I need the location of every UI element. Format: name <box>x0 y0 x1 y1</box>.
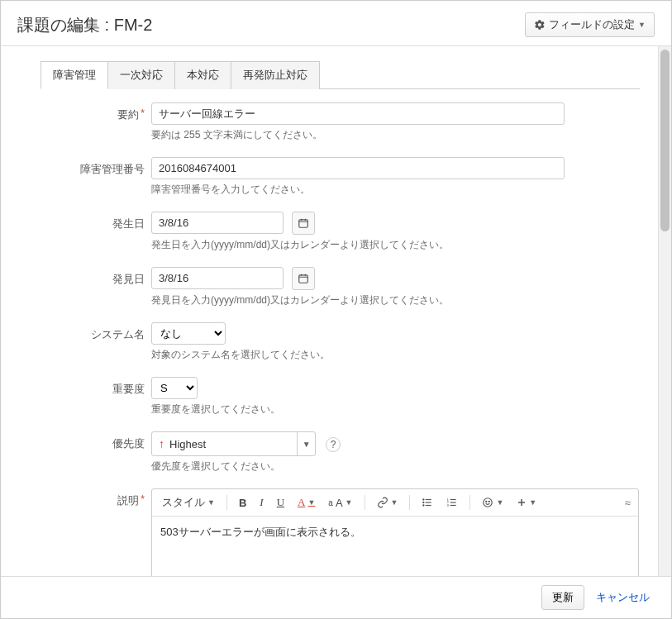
svg-point-14 <box>484 498 493 507</box>
tab-primary[interactable]: 一次対応 <box>108 62 174 88</box>
svg-point-16 <box>489 501 490 502</box>
toolbar-italic-button[interactable]: I <box>255 493 268 512</box>
toolbar-emoji-button[interactable]: ▼ <box>477 494 508 511</box>
svg-rect-0 <box>299 220 308 227</box>
svg-rect-7 <box>426 505 431 506</box>
tab-incident[interactable]: 障害管理 <box>41 62 107 88</box>
toolbar-more-format-button[interactable]: aA▼ <box>323 494 357 512</box>
occur-date-input[interactable] <box>151 212 284 234</box>
vertical-scrollbar[interactable] <box>658 46 671 576</box>
found-date-calendar-button[interactable] <box>292 267 315 290</box>
svg-rect-8 <box>450 499 456 500</box>
toolbar-number-list-button[interactable]: 123 <box>441 494 463 511</box>
toolbar-underline-button[interactable]: U <box>272 493 289 512</box>
label-description: 説明 <box>19 488 151 576</box>
dialog-body: 障害管理 一次対応 本対応 再発防止対応 要約 要約は 255 文字未満にしてく… <box>1 46 658 576</box>
svg-rect-10 <box>450 505 456 506</box>
calendar-icon <box>298 217 309 229</box>
dialog-title: 課題の編集 : FM-2 <box>17 14 152 36</box>
calendar-icon <box>298 273 309 284</box>
number-list-icon: 123 <box>446 497 458 508</box>
occur-date-calendar-button[interactable] <box>292 212 315 235</box>
hint-severity: 重要度を選択してください。 <box>151 402 640 417</box>
svg-point-2 <box>423 498 425 500</box>
cancel-button[interactable]: キャンセル <box>589 586 656 609</box>
svg-text:3: 3 <box>447 503 450 507</box>
svg-point-15 <box>486 501 487 502</box>
priority-select[interactable]: ↑ Highest ▼ <box>151 431 316 456</box>
hint-occur-date: 発生日を入力(yyyy/mm/dd)又はカレンダーより選択してください。 <box>151 238 640 252</box>
chevron-down-icon: ▼ <box>297 432 315 455</box>
priority-highest-icon: ↑ <box>152 437 169 450</box>
summary-input[interactable] <box>151 102 565 125</box>
hint-priority: 優先度を選択してください。 <box>151 459 640 474</box>
edit-issue-dialog: 課題の編集 : FM-2 フィールドの設定 ▼ 障害管理 一次対応 本対応 再発… <box>0 0 672 619</box>
hint-found-date: 発見日を入力(yyyy/mm/dd)又はカレンダーより選択してください。 <box>151 293 640 307</box>
plus-icon <box>517 498 527 507</box>
toolbar-link-button[interactable]: ▼ <box>372 494 403 511</box>
submit-button[interactable]: 更新 <box>541 585 584 610</box>
link-icon <box>377 497 388 508</box>
tab-main[interactable]: 本対応 <box>175 62 231 88</box>
svg-point-4 <box>423 502 425 503</box>
svg-point-6 <box>423 504 425 506</box>
gear-icon <box>534 19 546 31</box>
toolbar-style-dropdown[interactable]: スタイル▼ <box>157 493 220 512</box>
toolbar-textcolor-button[interactable]: A▼ <box>293 493 320 512</box>
label-occur-date: 発生日 <box>19 212 151 262</box>
label-priority: 優先度 <box>19 431 151 483</box>
dialog-footer: 更新 キャンセル <box>1 576 671 618</box>
chevron-double-icon: ≈ <box>625 497 628 509</box>
scrollbar-thumb[interactable] <box>660 50 670 231</box>
toolbar-expand-button[interactable]: ≈ <box>620 494 633 512</box>
svg-rect-5 <box>426 502 431 502</box>
severity-select[interactable]: S <box>151 377 198 399</box>
hint-system: 対象のシステム名を選択してください。 <box>151 348 640 362</box>
dialog-header: 課題の編集 : FM-2 フィールドの設定 ▼ <box>1 1 671 46</box>
hint-incident-no: 障害管理番号を入力してください。 <box>151 183 640 197</box>
priority-help-icon[interactable]: ? <box>326 437 341 452</box>
bullet-list-icon <box>422 497 433 508</box>
tab-prevention[interactable]: 再発防止対応 <box>231 62 319 88</box>
description-editor: スタイル▼ B I U A▼ aA▼ ▼ <box>151 488 639 576</box>
found-date-input[interactable] <box>151 267 284 289</box>
emoji-icon <box>482 497 493 508</box>
editor-toolbar: スタイル▼ B I U A▼ aA▼ ▼ <box>152 489 638 517</box>
description-textarea[interactable]: 503サーバーエラーが画面に表示される。 <box>152 517 638 576</box>
svg-rect-9 <box>450 502 456 502</box>
hint-summary: 要約は 255 文字未満にしてください。 <box>151 128 640 142</box>
label-system: システム名 <box>19 322 151 372</box>
toolbar-bold-button[interactable]: B <box>234 494 251 512</box>
label-summary: 要約 <box>19 102 151 152</box>
toolbar-insert-button[interactable]: ▼ <box>512 495 541 510</box>
label-found-date: 発見日 <box>19 267 151 317</box>
svg-rect-1 <box>299 275 308 283</box>
label-incident-no: 障害管理番号 <box>19 157 151 207</box>
label-severity: 重要度 <box>19 377 151 426</box>
configure-fields-button[interactable]: フィールドの設定 ▼ <box>525 12 655 37</box>
system-select[interactable]: なし <box>151 322 226 345</box>
caret-down-icon: ▼ <box>638 21 646 29</box>
svg-rect-3 <box>426 499 431 500</box>
toolbar-bullet-list-button[interactable] <box>417 494 438 511</box>
incident-no-input[interactable] <box>151 157 565 179</box>
tabs: 障害管理 一次対応 本対応 再発防止対応 <box>41 61 640 89</box>
